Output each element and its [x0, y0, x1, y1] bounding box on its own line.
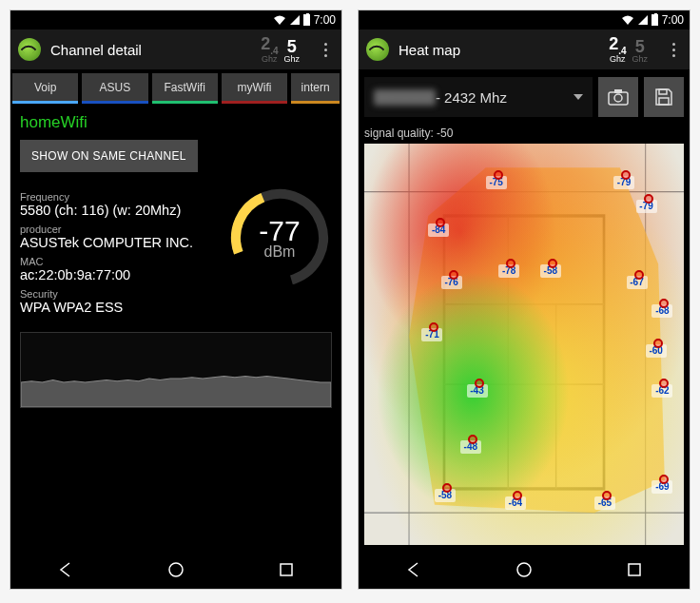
wifi-icon	[621, 14, 634, 26]
band-toggle[interactable]: 2.4 Ghz 5 Ghz	[261, 35, 300, 64]
signal-marker[interactable]: -71	[421, 328, 442, 341]
overflow-menu-icon[interactable]	[317, 43, 334, 57]
signal-marker[interactable]: -67	[627, 276, 648, 289]
network-tabs: Voip ASUS FastWifi myWifi intern	[10, 69, 341, 104]
signal-marker[interactable]: -60	[646, 344, 667, 358]
app-bar: Channel detail 2.4 Ghz 5 Ghz	[10, 29, 341, 69]
signal-icon	[290, 15, 300, 25]
tab-asus[interactable]: ASUS	[82, 73, 147, 104]
svg-rect-24	[629, 564, 640, 575]
signal-marker[interactable]: -76	[441, 276, 462, 289]
signal-marker[interactable]: -65	[594, 496, 615, 510]
nav-back-icon[interactable]	[47, 555, 85, 584]
producer-value: ASUSTek COMPUTER INC.	[20, 235, 218, 250]
security-value: WPA WPA2 ESS	[20, 300, 218, 315]
heatmap-toolbar: netXXXX - 2432 Mhz	[359, 69, 690, 125]
nav-back-icon[interactable]	[395, 555, 433, 584]
band-toggle[interactable]: 2.4 Ghz 5 Ghz	[609, 35, 648, 64]
gauge-value: -77	[259, 215, 300, 247]
frequency-value: 5580 (ch: 116) (w: 20Mhz)	[20, 203, 218, 218]
nav-recent-icon[interactable]	[267, 555, 305, 584]
signal-marker[interactable]: -43	[467, 384, 488, 398]
signal-marker[interactable]: -75	[486, 176, 507, 189]
screen-title: Channel detail	[50, 42, 251, 58]
app-logo-icon	[18, 38, 41, 61]
security-label: Security	[20, 288, 218, 300]
svg-rect-8	[659, 98, 669, 105]
camera-icon	[608, 88, 629, 106]
svg-rect-3	[281, 564, 292, 575]
signal-marker[interactable]: -48	[460, 440, 481, 454]
producer-label: producer	[20, 224, 218, 235]
dropdown-ssid-hidden: netXXXX	[374, 89, 436, 106]
svg-point-2	[169, 563, 183, 576]
save-button[interactable]	[644, 77, 684, 117]
mac-value: ac:22:0b:9a:77:00	[20, 267, 218, 282]
signal-quality-readout: signal quality: -50	[359, 125, 690, 144]
android-nav-bar	[359, 551, 690, 589]
signal-marker[interactable]: -79	[613, 176, 634, 189]
phone-heat-map: 7:00 Heat map 2.4 Ghz 5 Ghz netXXXX - 24…	[358, 10, 690, 590]
signal-marker[interactable]: -58	[540, 264, 561, 278]
screen-title: Heat map	[399, 42, 599, 58]
band-5[interactable]: 5 Ghz	[632, 38, 648, 64]
signal-marker[interactable]: -68	[651, 304, 672, 318]
detail-content: homeWifi SHOW ON SAME CHANNEL Frequency …	[10, 104, 341, 551]
tab-fastwifi[interactable]: FastWifi	[152, 73, 218, 104]
signal-marker[interactable]: -79	[636, 200, 657, 213]
signal-history-chart	[20, 332, 332, 408]
clock: 7:00	[314, 13, 336, 27]
battery-icon	[651, 14, 658, 26]
svg-point-5	[614, 94, 622, 102]
band-24[interactable]: 2.4 Ghz	[261, 35, 278, 64]
nav-home-icon[interactable]	[157, 555, 195, 584]
svg-rect-6	[614, 89, 622, 93]
signal-marker[interactable]: -62	[651, 384, 672, 398]
tab-voip[interactable]: Voip	[12, 73, 78, 104]
signal-marker[interactable]: -58	[435, 489, 456, 502]
network-dropdown[interactable]: netXXXX - 2432 Mhz	[364, 77, 593, 117]
phone-channel-detail: 7:00 Channel detail 2.4 Ghz 5 Ghz Voip A…	[10, 10, 342, 590]
frequency-label: Frequency	[20, 191, 218, 203]
signal-icon	[638, 15, 648, 25]
network-details: Frequency 5580 (ch: 116) (w: 20Mhz) prod…	[20, 185, 218, 315]
svg-rect-7	[659, 89, 667, 94]
camera-button[interactable]	[598, 77, 638, 117]
svg-point-23	[517, 563, 531, 576]
status-bar: 7:00	[359, 10, 690, 29]
signal-marker[interactable]: -78	[498, 264, 519, 278]
band-24[interactable]: 2.4 Ghz	[609, 35, 626, 64]
android-nav-bar	[10, 551, 341, 589]
mac-label: MAC	[20, 256, 218, 267]
band-5[interactable]: 5 Ghz	[283, 38, 300, 64]
wifi-icon	[273, 14, 286, 26]
save-icon	[654, 88, 673, 107]
nav-recent-icon[interactable]	[615, 555, 653, 584]
clock: 7:00	[662, 13, 684, 27]
signal-gauge: -77 dBm	[227, 185, 332, 290]
battery-icon	[303, 14, 310, 26]
signal-marker[interactable]: -64	[505, 496, 526, 510]
show-same-channel-button[interactable]: SHOW ON SAME CHANNEL	[20, 140, 198, 172]
status-bar: 7:00	[10, 10, 341, 29]
nav-home-icon[interactable]	[505, 555, 543, 584]
floorplan-image: -75-79-79-84-76-78-58-67-68-71-60-43-62-…	[364, 144, 684, 545]
dropdown-frequency: - 2432 Mhz	[436, 89, 507, 106]
signal-marker[interactable]: -69	[651, 480, 672, 494]
signal-marker[interactable]: -84	[428, 224, 449, 237]
gauge-unit: dBm	[264, 243, 296, 261]
overflow-menu-icon[interactable]	[665, 43, 682, 57]
ssid-name: homeWifi	[20, 113, 332, 132]
tab-intern[interactable]: intern	[291, 73, 340, 104]
tab-mywifi[interactable]: myWifi	[222, 73, 287, 104]
heatmap-canvas[interactable]: -75-79-79-84-76-78-58-67-68-71-60-43-62-…	[359, 144, 690, 551]
app-logo-icon	[366, 38, 389, 61]
app-bar: Heat map 2.4 Ghz 5 Ghz	[359, 29, 690, 69]
